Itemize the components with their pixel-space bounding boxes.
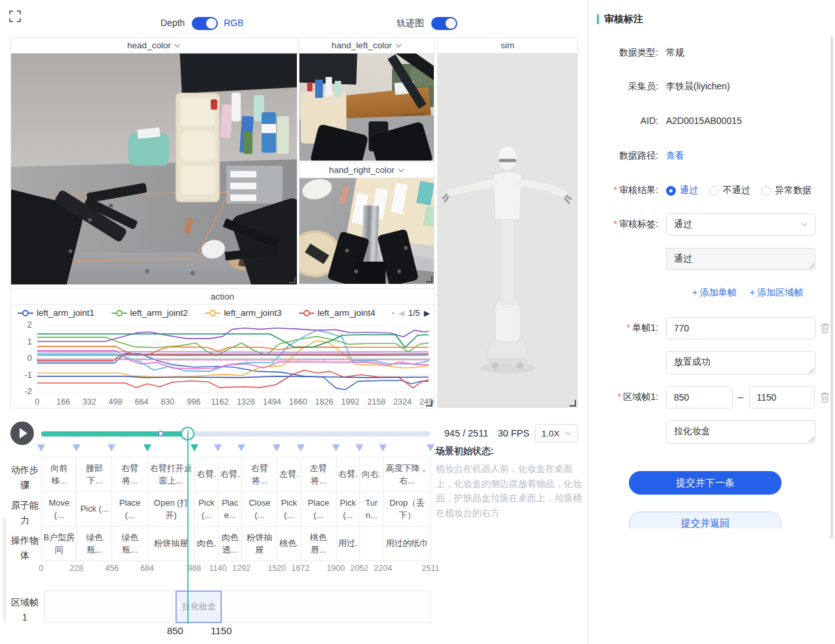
- legend-item-left_arm_joint4[interactable]: left_arm_joint4: [299, 308, 376, 318]
- single-frame-note[interactable]: 放置成功: [666, 351, 815, 375]
- review-tag-select[interactable]: 通过: [666, 213, 815, 236]
- resize-handle-icon[interactable]: [426, 276, 433, 283]
- resize-handle-icon[interactable]: [426, 400, 433, 406]
- timeline-marker[interactable]: [356, 444, 363, 452]
- chart-plot-area[interactable]: 210-1-2: [11, 321, 434, 397]
- legend-next-icon[interactable]: ▶: [424, 309, 430, 318]
- steps-row: 向前移...腰部下...右臂将...右臂打开桌面上...右臂.右臂.右臂将...…: [41, 457, 431, 492]
- left-scrollbar[interactable]: [3, 517, 6, 622]
- resize-grip-icon[interactable]: [808, 367, 814, 373]
- object-cell: 粉饼抽屉: [242, 527, 277, 560]
- timeline-marker[interactable]: [214, 444, 222, 452]
- head-camera-select[interactable]: head_color: [11, 38, 297, 54]
- head-camera-panel: head_color: [10, 37, 297, 284]
- bolt: [109, 204, 113, 207]
- cosmetic-cap: [211, 99, 217, 110]
- delete-single-frame-icon[interactable]: [819, 322, 830, 334]
- atomic-cell: Turn...: [360, 492, 384, 526]
- x-tick-label: 0: [35, 397, 40, 406]
- region-start-input[interactable]: 850: [666, 386, 733, 408]
- delete-region-frame-icon[interactable]: [819, 391, 830, 403]
- timeline-marker[interactable]: [190, 444, 198, 452]
- step-cell: 腰部下...: [77, 457, 112, 491]
- tissue: [300, 178, 334, 202]
- legend-page-indicator: 1/5: [408, 308, 420, 318]
- region-grip-left[interactable]: [178, 602, 180, 612]
- region-grip-right[interactable]: [217, 602, 219, 612]
- resize-handle-icon[interactable]: [289, 277, 296, 283]
- submit-back-button[interactable]: 提交并返回: [629, 512, 782, 529]
- sim-viewport[interactable]: [438, 54, 577, 408]
- region-end-input[interactable]: 1150: [749, 386, 815, 408]
- timeline-marker[interactable]: [144, 444, 151, 452]
- action-chart-panel: action left_arm_joint1left_arm_joint2lef…: [10, 288, 434, 408]
- legend-item-left_arm_joint3[interactable]: left_arm_joint3: [205, 308, 282, 318]
- title-accent-bar: [597, 14, 599, 24]
- add-single-frame-link[interactable]: + 添加单帧: [692, 287, 736, 299]
- x-tick-label: 498: [109, 397, 123, 406]
- object-cell: [360, 527, 384, 560]
- timeline-marker[interactable]: [273, 444, 281, 452]
- resize-grip-icon[interactable]: [808, 263, 814, 269]
- chart-lines: [11, 321, 434, 397]
- bolt: [88, 218, 92, 222]
- timeline-axis-label: 2511: [422, 564, 440, 573]
- y-tick-label: 0: [11, 353, 32, 363]
- timeline-marker[interactable]: [427, 444, 434, 452]
- radio-icon: [761, 186, 771, 196]
- data-path-label: 数据路径:: [594, 150, 658, 162]
- single-frame-marker-dot[interactable]: [158, 431, 164, 437]
- play-button[interactable]: [10, 422, 34, 445]
- timeline-marker[interactable]: [37, 444, 45, 452]
- hand-right-camera-select[interactable]: hand_right_color: [299, 162, 434, 178]
- region-end-value: 1150: [211, 625, 232, 636]
- timeline-marker[interactable]: [108, 444, 115, 452]
- rgb-label: RGB: [224, 18, 243, 28]
- radio-pass[interactable]: 通过: [666, 185, 698, 196]
- fullscreen-icon[interactable]: [9, 10, 21, 22]
- submit-next-button[interactable]: 提交并下一条: [629, 471, 782, 495]
- atomic-cell: Pick (...: [337, 492, 360, 526]
- depth-rgb-toggle[interactable]: [192, 17, 218, 30]
- panel-scrollbar[interactable]: [830, 37, 833, 539]
- region-frame-note[interactable]: 拉化妆盒: [666, 420, 815, 444]
- chevron-down-icon: [801, 222, 808, 226]
- data-path-link[interactable]: 查看: [666, 150, 684, 162]
- region-track[interactable]: 拉化妆盒: [44, 590, 431, 623]
- region-highlight[interactable]: 拉化妆盒: [175, 590, 222, 623]
- object-cell: 用过的纸巾: [384, 527, 431, 560]
- timeline-marker[interactable]: [297, 444, 305, 452]
- x-tick-label: 1162: [211, 397, 229, 406]
- scene-state-block: 场景初始状态: 梳妆台在机器人前，化妆盒在桌面上，化妆盒的侧边摆放着物品，化妆品…: [436, 446, 584, 521]
- radio-abnormal[interactable]: 异常数据: [761, 185, 812, 196]
- timeline-axis-label: 2204: [374, 564, 392, 573]
- timeline-axis-label: 2052: [350, 564, 369, 573]
- bolt: [68, 249, 72, 253]
- legend-prev-icon[interactable]: ◀: [398, 309, 404, 318]
- timeline-marker[interactable]: [379, 444, 387, 452]
- speed-select[interactable]: 1.0X: [535, 424, 578, 442]
- timeline-marker[interactable]: [72, 444, 80, 452]
- playhead-line[interactable]: [187, 431, 189, 624]
- single-frame-input[interactable]: 770: [666, 317, 815, 339]
- step-cell: 左臂将...: [301, 457, 337, 491]
- radio-fail[interactable]: 不通过: [709, 185, 750, 196]
- atomic-cell: Pick (...: [77, 492, 112, 526]
- object-cell: 肉色.: [195, 527, 219, 560]
- cosmetic-tube: [262, 112, 276, 153]
- steps-row-label: 动作步骤: [10, 463, 39, 493]
- trajectory-toggle[interactable]: [431, 17, 457, 30]
- timeline-marker[interactable]: [237, 444, 245, 452]
- add-region-frame-link[interactable]: + 添加区域帧: [750, 287, 803, 299]
- legend-item-left_arm_joint1[interactable]: left_arm_joint1: [18, 308, 95, 318]
- resize-grip-icon[interactable]: [808, 437, 814, 442]
- timeline-marker[interactable]: [332, 444, 340, 452]
- legend-marker-icon: [205, 310, 220, 316]
- review-tag-note[interactable]: 通过: [666, 248, 815, 270]
- resize-handle-icon[interactable]: [569, 400, 576, 406]
- playback-slider[interactable]: [41, 431, 431, 437]
- radio-label: 不通过: [723, 185, 750, 196]
- hand-left-camera-select[interactable]: hand_left_color: [299, 38, 434, 54]
- legend-item-left_arm_joint2[interactable]: left_arm_joint2: [112, 308, 189, 318]
- step-cell: 向前移...: [42, 457, 77, 491]
